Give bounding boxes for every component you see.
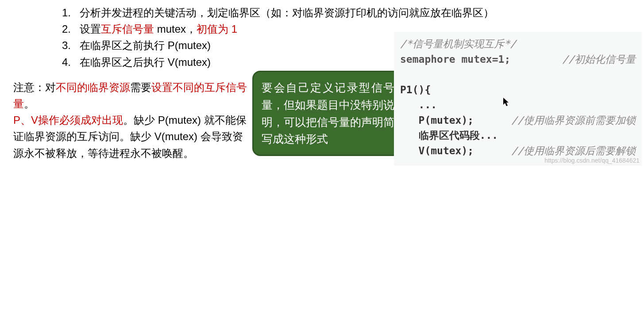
note-c: 需要: [130, 81, 151, 93]
code-comment: //使用临界资源前需要加锁: [511, 113, 636, 128]
step-number: 1.: [62, 4, 80, 21]
code-line: ...: [400, 97, 636, 113]
code-decl: semaphore mutex=1;: [400, 52, 510, 67]
code-blank: [400, 67, 636, 82]
code-line: V(mutex); //使用临界资源后需要解锁: [400, 143, 636, 159]
code-line: semaphore mutex=1; //初始化信号量: [400, 52, 636, 67]
code-call: V(mutex);: [400, 143, 474, 159]
step-text-b: 互斥信号量: [101, 23, 154, 35]
code-call: P(mutex);: [400, 113, 474, 128]
step-number: 2.: [62, 21, 80, 37]
step-number: 4.: [62, 54, 80, 70]
code-comment: //初始化信号量: [562, 52, 636, 67]
step-text-a: 设置: [80, 23, 101, 35]
note-f: P、V操作必须成对出现: [13, 114, 123, 126]
step-text-d: 初值为 1: [197, 23, 237, 35]
tip-bubble: 要会自己定义记录型信号量，但如果题目中没特别说明，可以把信号量的声明简写成这种形…: [252, 71, 404, 156]
code-line: P(mutex); //使用临界资源前需要加锁: [400, 113, 636, 128]
code-panel: /*信号量机制实现互斥*/ semaphore mutex=1; //初始化信号…: [394, 32, 642, 166]
step-text-c: mutex，: [154, 23, 197, 35]
step-number: 3.: [62, 37, 80, 53]
code-line: 临界区代码段...: [400, 128, 636, 143]
step-text: 在临界区之后执行 V(mutex): [80, 56, 211, 68]
code-fn-header: P1(){: [400, 82, 636, 98]
step-text: 在临界区之前执行 P(mutex): [80, 39, 211, 51]
note-b: 不同的临界资源: [56, 81, 130, 93]
code-comment: /*信号量机制实现互斥*/: [400, 36, 636, 52]
watermark: https://blog.csdn.net/qq_41684621: [544, 157, 640, 164]
note-paragraph: 注意：对不同的临界资源需要设置不同的互斥信号量。 P、V操作必须成对出现。缺少 …: [13, 79, 248, 161]
code-comment: //使用临界资源后需要解锁: [511, 143, 636, 159]
note-a: 注意：对: [13, 81, 56, 93]
note-e: 。: [24, 98, 35, 110]
step-1: 1.分析并发进程的关键活动，划定临界区（如：对临界资源打印机的访问就应放在临界区…: [62, 4, 631, 21]
step-text: 分析并发进程的关键活动，划定临界区（如：对临界资源打印机的访问就应放在临界区）: [80, 7, 494, 19]
tip-text: 要会自己定义记录型信号量，但如果题目中没特别说明，可以把信号量的声明简写成这种形…: [262, 81, 394, 145]
